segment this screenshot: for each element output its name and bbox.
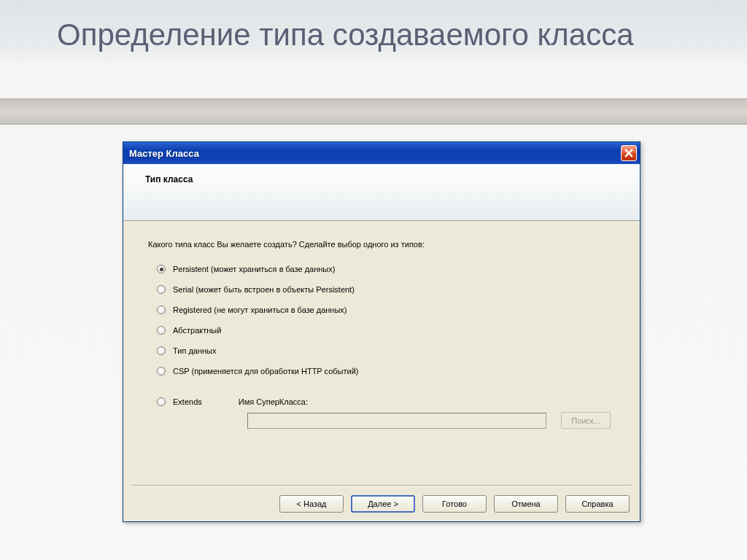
titlebar-text: Мастер Класса (129, 148, 199, 159)
button-bar: < Назад Далее > Готово Отмена Справка (279, 495, 630, 513)
option-label: Serial (может быть встроен в объекты Per… (173, 285, 355, 294)
radio-icon (157, 397, 166, 406)
option-csp[interactable]: CSP (применяется для обработки HTTP собы… (157, 365, 615, 377)
wizard-content: Какого типа класс Вы желаете создать? Сд… (123, 221, 640, 521)
wizard-subtitle: Тип класса (145, 174, 640, 184)
option-registered[interactable]: Registered (не могут храниться в базе да… (157, 304, 615, 316)
slide-title: Определение типа создаваемого класса (57, 18, 634, 52)
finish-button[interactable]: Готово (422, 495, 487, 513)
option-label: Абстрактный (173, 326, 221, 335)
search-button[interactable]: Поиск... (561, 412, 611, 429)
option-label: Тип данных (173, 346, 217, 355)
option-label: CSP (применяется для обработки HTTP собы… (173, 367, 359, 376)
extends-label: Extends (173, 397, 202, 406)
separator (132, 485, 631, 486)
radio-icon (157, 367, 166, 376)
option-serial[interactable]: Serial (может быть встроен в объекты Per… (157, 284, 615, 295)
radio-icon (157, 306, 166, 314)
close-button[interactable] (621, 145, 637, 161)
option-extends[interactable]: Extends Имя СуперКласса: (157, 397, 615, 406)
help-button[interactable]: Справка (565, 495, 630, 513)
cancel-button[interactable]: Отмена (494, 495, 558, 513)
option-label: Registered (не могут храниться в базе да… (173, 306, 347, 314)
wizard-dialog: Мастер Класса Тип класса Какого типа кла… (123, 141, 640, 522)
superclass-input[interactable] (247, 413, 546, 429)
close-icon (624, 149, 633, 158)
option-label: Persistent (может храниться в базе данны… (173, 265, 335, 273)
superclass-label: Имя СуперКласса: (239, 397, 308, 406)
option-abstract[interactable]: Абстрактный (157, 324, 615, 336)
slide-accent-band (0, 98, 747, 125)
radio-icon (157, 346, 166, 355)
radio-icon (157, 265, 166, 273)
back-button[interactable]: < Назад (279, 495, 344, 513)
option-persistent[interactable]: Persistent (может храниться в базе данны… (157, 263, 615, 275)
wizard-header: Тип класса (123, 164, 640, 221)
superclass-input-row: Поиск... (247, 412, 615, 429)
next-button[interactable]: Далее > (351, 495, 415, 513)
titlebar[interactable]: Мастер Класса (123, 142, 640, 164)
prompt-text: Какого типа класс Вы желаете создать? Сд… (148, 240, 615, 249)
radio-icon (157, 326, 166, 335)
option-datatype[interactable]: Тип данных (157, 345, 615, 357)
radio-icon (157, 285, 166, 294)
